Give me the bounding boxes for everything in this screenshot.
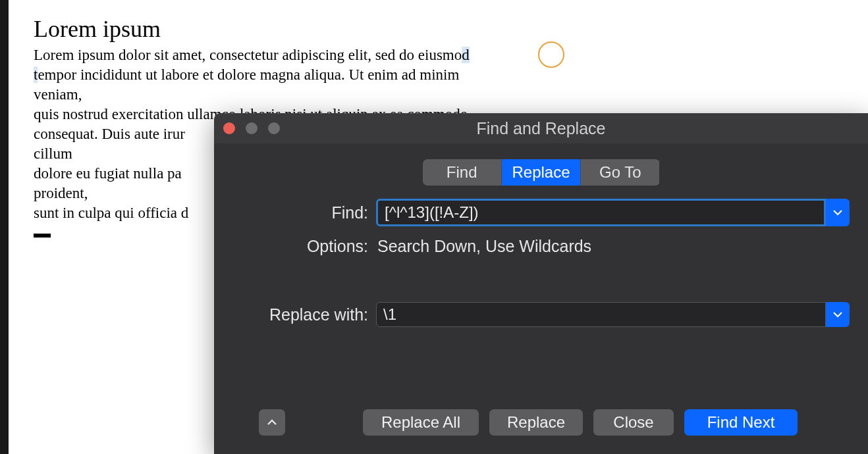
close-window-button[interactable] — [223, 122, 235, 134]
close-button[interactable]: Close — [593, 409, 674, 436]
options-label: Options: — [232, 237, 376, 256]
window-controls — [223, 122, 280, 134]
dialog-title: Find and Replace — [477, 119, 606, 138]
dialog-titlebar[interactable]: Find and Replace — [214, 113, 868, 143]
chevron-up-icon — [267, 418, 277, 426]
find-label: Find: — [232, 203, 376, 222]
doc-text: empor incididunt ut labore et dolore mag… — [38, 66, 459, 83]
replace-all-button[interactable]: Replace All — [363, 409, 479, 436]
tab-segmented-control: Find Replace Go To — [423, 159, 660, 186]
window-edge — [0, 0, 9, 454]
tab-replace[interactable]: Replace — [502, 159, 581, 186]
find-replace-dialog: Find and Replace Find Replace Go To Find… — [214, 113, 868, 454]
chevron-down-icon — [833, 311, 842, 318]
expand-options-button[interactable] — [259, 409, 285, 436]
replace-history-dropdown[interactable] — [826, 302, 850, 327]
options-value: Search Down, Use Wildcards — [376, 237, 591, 256]
doc-text: Lorem ipsum dolor sit amet, consectetur … — [34, 47, 462, 63]
minimize-window-button[interactable] — [246, 122, 258, 134]
replace-button[interactable]: Replace — [489, 409, 583, 436]
text-caret — [34, 234, 51, 238]
replace-input[interactable] — [376, 302, 826, 327]
doc-text: veniam, — [34, 85, 868, 105]
dialog-body: Find Replace Go To Find: Options: Search… — [214, 143, 868, 454]
replace-with-label: Replace with: — [232, 305, 376, 324]
find-next-button[interactable]: Find Next — [684, 409, 798, 436]
find-input[interactable] — [376, 199, 826, 226]
document-title: Lorem ipsum — [34, 15, 868, 43]
chevron-down-icon — [833, 209, 842, 216]
maximize-window-button[interactable] — [268, 122, 280, 134]
tab-find[interactable]: Find — [423, 159, 502, 186]
selection-highlight: d — [462, 47, 470, 63]
dialog-button-row: Replace All Replace Close Find Next — [232, 409, 850, 436]
tab-goto[interactable]: Go To — [581, 159, 659, 186]
find-history-dropdown[interactable] — [826, 199, 850, 226]
